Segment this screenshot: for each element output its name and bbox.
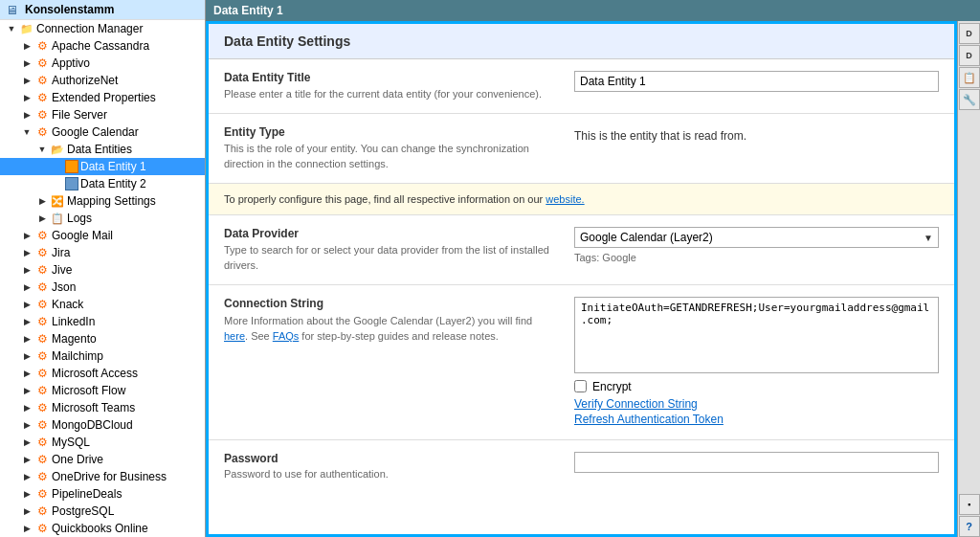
gear-icon: ⚙	[34, 38, 50, 54]
sidebar-item-connection-manager[interactable]: ▼ 📁 Connection Manager	[0, 20, 205, 37]
expand-icon: ▶	[19, 383, 34, 398]
entity-title-input[interactable]	[574, 71, 939, 92]
expand-icon: ▶	[34, 211, 50, 226]
sidebar-item-label: Microsoft Teams	[50, 401, 135, 414]
content-area: Data Entity Settings Data Entity Title P…	[206, 21, 980, 537]
expand-icon: ▶	[19, 262, 34, 278]
gear-icon: ⚙	[34, 486, 50, 502]
sidebar-item-mysql[interactable]: ▶ ⚙ MySQL	[0, 434, 205, 451]
toolbar-btn-resize[interactable]: ▪	[959, 494, 980, 515]
sidebar-item-label: Knack	[50, 298, 83, 311]
sidebar-root[interactable]: 🖥 Konsolenstamm	[0, 0, 205, 20]
refresh-auth-token-link[interactable]: Refresh Authentication Token	[574, 413, 939, 426]
sidebar-item-linkedin[interactable]: ▶ ⚙ LinkedIn	[0, 313, 205, 330]
gear-icon: ⚙	[34, 400, 50, 415]
expand-icon: ▶	[19, 73, 34, 88]
sidebar-item-label: Microsoft Flow	[50, 384, 125, 397]
sidebar-item-label: Mailchimp	[50, 349, 103, 363]
gear-icon: ⚙	[34, 503, 50, 519]
connection-string-textarea[interactable]: InitiateOAuth=GETANDREFRESH;User=yourgma…	[574, 297, 939, 373]
expand-icon: ▶	[19, 400, 34, 415]
sidebar-item-onedrive-business[interactable]: ▶ ⚙ OneDrive for Business	[0, 468, 205, 485]
encrypt-label: Encrypt	[592, 380, 632, 393]
sidebar-item-microsoft-flow[interactable]: ▶ ⚙ Microsoft Flow	[0, 382, 205, 399]
sidebar-item-quickbooks-online[interactable]: ▶ ⚙ Quickbooks Online	[0, 520, 205, 537]
password-input[interactable]	[574, 452, 939, 473]
connection-string-control: InitiateOAuth=GETANDREFRESH;User=yourgma…	[574, 297, 939, 428]
sidebar-item-apache-cassandra[interactable]: ▶ ⚙ Apache Cassandra	[0, 37, 205, 55]
gear-icon: ⚙	[34, 435, 50, 450]
tags-text: Tags: Google	[574, 252, 939, 263]
expand-icon: ▼	[4, 21, 19, 36]
gear-icon: ⚙	[34, 348, 50, 364]
sidebar-item-pipelinedeals[interactable]: ▶ ⚙ PipelineDeals	[0, 485, 205, 503]
entity-type-value: This is the entity that is read from.	[574, 125, 939, 143]
sidebar-item-microsoft-teams[interactable]: ▶ ⚙ Microsoft Teams	[0, 399, 205, 416]
sidebar-item-label: PipelineDeals	[50, 487, 122, 501]
toolbar-btn-copy[interactable]: 📋	[959, 67, 980, 88]
data-provider-section: Data Provider Type to search for or sele…	[209, 215, 954, 285]
sidebar-item-google-mail[interactable]: ▶ ⚙ Google Mail	[0, 227, 205, 244]
sidebar-item-mapping-settings[interactable]: ▶ 🔀 Mapping Settings	[0, 192, 205, 210]
sidebar-item-label: OneDrive for Business	[50, 470, 167, 483]
faqs-link[interactable]: FAQs	[273, 330, 300, 342]
expand-icon: ▶	[19, 280, 34, 295]
entity-type-section: Entity Type This is the role of your ent…	[209, 114, 954, 184]
gear-icon: ⚙	[34, 331, 50, 347]
window-title: Data Entity 1	[213, 4, 283, 17]
mapping-icon: 🔀	[50, 193, 65, 209]
sidebar-item-microsoft-access[interactable]: ▶ ⚙ Microsoft Access	[0, 365, 205, 382]
expand-icon: ▶	[19, 90, 34, 105]
sidebar-item-file-server[interactable]: ▶ ⚙ File Server	[0, 106, 205, 123]
verify-connection-link[interactable]: Verify Connection String	[574, 397, 939, 411]
sidebar-item-logs[interactable]: ▶ 📋 Logs	[0, 210, 205, 227]
sidebar-item-one-drive[interactable]: ▶ ⚙ One Drive	[0, 451, 205, 468]
toolbar-btn-help[interactable]: ?	[959, 516, 980, 537]
sidebar-item-data-entity-1[interactable]: Data Entity 1	[0, 158, 205, 175]
sidebar-item-label: Data Entities	[65, 143, 132, 156]
sidebar-item-data-entities[interactable]: ▼ 📂 Data Entities	[0, 141, 205, 158]
toolbar-btn-1[interactable]: D	[959, 23, 980, 44]
sidebar-item-label: Apptivo	[50, 56, 90, 70]
gear-icon: ⚙	[34, 107, 50, 123]
encrypt-checkbox[interactable]	[574, 380, 587, 392]
expand-icon: ▶	[19, 38, 34, 54]
gear-icon: ⚙	[34, 73, 50, 88]
data-provider-select[interactable]: Google Calendar (Layer2)	[574, 227, 939, 248]
sidebar-item-mailchimp[interactable]: ▶ ⚙ Mailchimp	[0, 347, 205, 365]
sidebar-item-json[interactable]: ▶ ⚙ Json	[0, 279, 205, 296]
data-provider-label: Data Provider Type to search for or sele…	[224, 227, 559, 273]
gear-icon: ⚙	[34, 469, 50, 484]
expand-icon: ▶	[19, 331, 34, 347]
toolbar-btn-2[interactable]: D	[959, 45, 980, 66]
expand-icon: ▶	[34, 193, 50, 209]
expand-icon	[50, 176, 65, 191]
expand-icon: ▶	[19, 245, 34, 260]
sidebar-item-apptivo[interactable]: ▶ ⚙ Apptivo	[0, 55, 205, 72]
sidebar-item-label: Google Calendar	[50, 125, 139, 139]
data-provider-description: Type to search for or select your data p…	[224, 243, 559, 273]
sidebar-item-google-calendar[interactable]: ▼ ⚙ Google Calendar	[0, 123, 205, 141]
sidebar-item-extended-properties[interactable]: ▶ ⚙ Extended Properties	[0, 89, 205, 106]
toolbar-btn-settings[interactable]: 🔧	[959, 89, 980, 110]
expand-icon: ▶	[19, 435, 34, 450]
expand-icon: ▶	[19, 348, 34, 364]
sidebar-item-data-entity-2[interactable]: Data Entity 2	[0, 175, 205, 192]
gear-icon: ⚙	[34, 90, 50, 105]
here-link[interactable]: here	[224, 330, 245, 342]
sidebar-item-knack[interactable]: ▶ ⚙ Knack	[0, 296, 205, 313]
sidebar-item-magento[interactable]: ▶ ⚙ Magento	[0, 330, 205, 347]
sidebar-item-jira[interactable]: ▶ ⚙ Jira	[0, 244, 205, 261]
folder-open-icon: 📂	[50, 142, 65, 157]
expand-icon: ▶	[19, 56, 34, 71]
sidebar-item-label: MySQL	[50, 436, 90, 449]
website-link[interactable]: website.	[546, 193, 584, 205]
sidebar-item-authorizenet[interactable]: ▶ ⚙ AuthorizeNet	[0, 72, 205, 89]
gear-icon: ⚙	[34, 124, 50, 140]
sidebar-item-jive[interactable]: ▶ ⚙ Jive	[0, 261, 205, 279]
gear-icon: ⚙	[34, 297, 50, 312]
data-provider-select-wrapper: Google Calendar (Layer2)	[574, 227, 939, 248]
sidebar-item-mongodbcloud[interactable]: ▶ ⚙ MongoDBCloud	[0, 416, 205, 434]
expand-icon: ▶	[19, 314, 34, 329]
sidebar-item-postgresql[interactable]: ▶ ⚙ PostgreSQL	[0, 503, 205, 520]
